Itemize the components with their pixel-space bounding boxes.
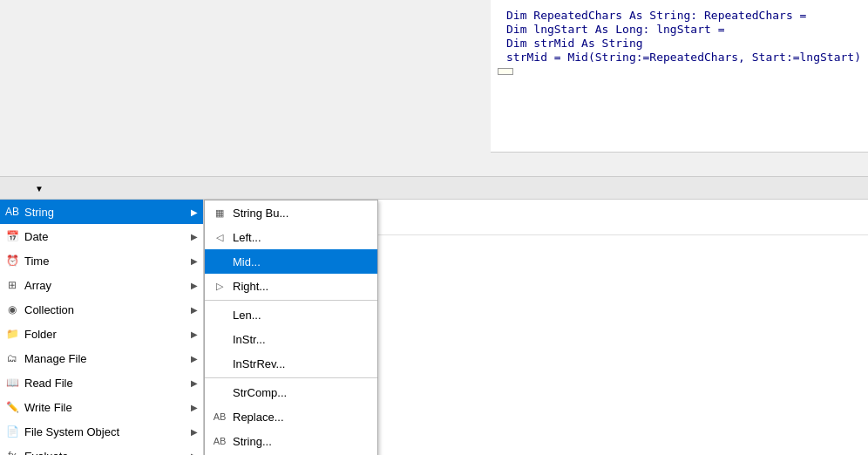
folder-label: Folder <box>24 328 191 341</box>
strcomp-sub-icon <box>210 384 229 400</box>
f1-tooltip <box>498 68 513 75</box>
string-fn-sub-label: String... <box>233 435 272 448</box>
manage-file-icon: 🗂 <box>3 350 21 366</box>
folder-icon: 📁 <box>3 326 21 342</box>
submenu-item-string-bu[interactable]: ▦String Bu... <box>205 200 377 225</box>
instr-sub-label: InStr... <box>233 333 266 346</box>
collection-label: Collection <box>24 303 191 316</box>
array-label: Array <box>24 279 191 292</box>
collection-arrow-icon: ▶ <box>191 305 198 315</box>
tabbar: ▼ <box>0 177 868 200</box>
instrrev-sub-icon <box>210 356 229 371</box>
file-system-icon: 📄 <box>3 424 21 439</box>
instrrev-sub-label: InStrRev... <box>233 357 285 370</box>
len-sub-icon <box>210 307 229 323</box>
replace-sub-icon: AB <box>210 409 229 424</box>
sidebar-item-file-system[interactable]: 📄File System Object▶ <box>0 419 203 444</box>
file-system-label: File System Object <box>24 425 191 438</box>
sidebar-item-collection[interactable]: ◉Collection▶ <box>0 297 203 322</box>
tab-vba-object[interactable] <box>3 186 21 191</box>
code-line-2: Dim lngStart As Long: lngStart = <box>498 23 861 36</box>
evaluate-label: Evaluate <box>24 450 191 456</box>
submenu-item-instrrev[interactable]: InStrRev... <box>205 351 377 376</box>
time-arrow-icon: ▶ <box>191 256 198 266</box>
submenu-divider <box>205 377 377 378</box>
sidebar-item-time[interactable]: ⏰Time▶ <box>0 248 203 273</box>
string-bu-sub-label: String Bu... <box>233 207 288 220</box>
right-sub-label: Right... <box>233 280 268 293</box>
menu-window[interactable] <box>3 161 21 168</box>
submenu-item-mid[interactable]: Mid... <box>205 249 377 274</box>
len-sub-label: Len... <box>233 309 261 322</box>
right-sub-icon: ▷ <box>210 278 229 294</box>
read-file-icon: 📖 <box>3 375 21 390</box>
sidebar-item-evaluate[interactable]: fxEvaluate▶ <box>0 444 203 455</box>
string-fn-sub-icon: AB <box>210 433 229 449</box>
menubar <box>0 153 868 177</box>
code-line-3: Dim strMid As String <box>498 37 861 50</box>
evaluate-arrow-icon: ▶ <box>191 452 198 456</box>
array-arrow-icon: ▶ <box>191 281 198 290</box>
time-icon: ⏰ <box>3 253 21 268</box>
submenu-divider <box>205 300 377 301</box>
collection-icon: ◉ <box>3 302 21 317</box>
tab-excel[interactable]: ▼ <box>23 180 52 197</box>
date-arrow-icon: ▶ <box>191 232 198 241</box>
sidebar-item-array[interactable]: ⊞Array▶ <box>0 273 203 297</box>
right-area <box>378 200 868 455</box>
string-bu-sub-icon: ▦ <box>210 205 229 221</box>
mid-sub-icon <box>210 254 229 269</box>
submenu-item-left[interactable]: ◁Left... <box>205 225 377 249</box>
sidebar-item-read-file[interactable]: 📖Read File▶ <box>0 370 203 395</box>
sidebar-item-manage-file[interactable]: 🗂Manage File▶ <box>0 346 203 370</box>
left-sub-label: Left... <box>233 231 261 244</box>
menu-help[interactable] <box>21 161 38 168</box>
sidebar-item-folder[interactable]: 📁Folder▶ <box>0 322 203 346</box>
code-line-4: strMid = Mid(String:=RepeatedChars, Star… <box>498 51 861 64</box>
sidebar-item-date[interactable]: 📅Date▶ <box>0 224 203 248</box>
replace-sub-label: Replace... <box>233 411 284 424</box>
sidebar-item-write-file[interactable]: ✏️Write File▶ <box>0 395 203 419</box>
folder-arrow-icon: ▶ <box>191 329 198 339</box>
write-file-arrow-icon: ▶ <box>191 403 198 412</box>
submenu-item-strcomp[interactable]: StrComp... <box>205 380 377 404</box>
read-file-arrow-icon: ▶ <box>191 378 198 388</box>
manage-file-arrow-icon: ▶ <box>191 354 198 363</box>
code-area: Dim RepeatedChars As String: RepeatedCha… <box>491 0 868 153</box>
manage-file-label: Manage File <box>24 352 191 365</box>
submenu-item-right[interactable]: ▷Right... <box>205 274 377 298</box>
evaluate-icon: fx <box>3 448 21 455</box>
submenu-item-len[interactable]: Len... <box>205 302 377 327</box>
tab-excel-arrow: ▼ <box>35 184 44 194</box>
mid-sub-label: Mid... <box>233 255 261 268</box>
submenu-item-instr[interactable]: InStr... <box>205 327 377 351</box>
write-file-label: Write File <box>24 401 191 414</box>
read-file-label: Read File <box>24 377 191 390</box>
time-label: Time <box>24 255 191 268</box>
array-icon: ⊞ <box>3 277 21 293</box>
left-sub-icon: ◁ <box>210 229 229 245</box>
submenu-item-string-fn[interactable]: ABString... <box>205 429 377 453</box>
left-menu: ABString▶📅Date▶⏰Time▶⊞Array▶◉Collection▶… <box>0 200 204 455</box>
sidebar-item-string[interactable]: ABString▶ <box>0 200 203 224</box>
instr-sub-icon <box>210 331 229 347</box>
string-icon: AB <box>3 204 21 220</box>
file-system-arrow-icon: ▶ <box>191 427 198 437</box>
divider-line <box>378 234 868 235</box>
date-icon: 📅 <box>3 228 21 244</box>
date-label: Date <box>24 230 191 243</box>
code-line-1: Dim RepeatedChars As String: RepeatedCha… <box>498 9 861 22</box>
submenu-item-replace[interactable]: ABReplace... <box>205 404 377 429</box>
string-arrow-icon: ▶ <box>191 207 198 217</box>
submenu: ▦String Bu...◁Left...Mid...▷Right...Len.… <box>204 200 378 455</box>
write-file-icon: ✏️ <box>3 399 21 415</box>
string-label: String <box>24 206 191 219</box>
strcomp-sub-label: StrComp... <box>233 386 287 399</box>
